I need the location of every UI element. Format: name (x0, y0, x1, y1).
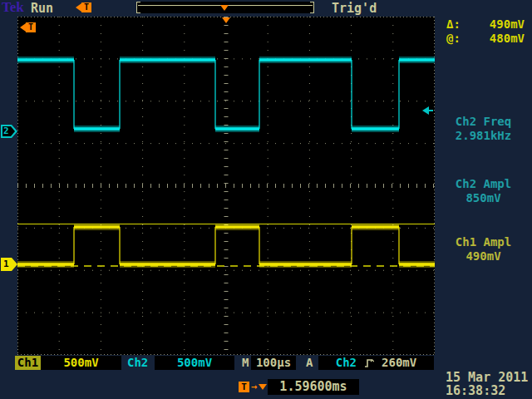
measurement-value: 2.981kHz (435, 129, 532, 143)
waveform-display (17, 17, 435, 355)
ch1-scale-readout: 500mV (41, 356, 121, 370)
trigger-position-triangle-icon (220, 5, 229, 11)
trigger-source: Ch2 (336, 356, 357, 370)
ch2-ground-marker: 2 (1, 125, 17, 138)
measurement-ch2-freq: Ch2 Freq 2.981kHz (435, 115, 532, 143)
graticule: T (17, 17, 435, 355)
acquisition-status: Run (31, 1, 53, 16)
trigger-level-arrow-icon (422, 106, 433, 115)
arrow-left-icon (76, 3, 81, 12)
trigger-position-bar (136, 2, 314, 13)
rising-edge-icon (364, 357, 374, 368)
ch2-label: Ch2 (127, 356, 148, 370)
triangle-down-icon (259, 384, 267, 390)
ch1-ground-marker: 1 (1, 258, 17, 271)
arrow-right-icon: → (251, 382, 257, 392)
timebase-label: M (242, 356, 249, 370)
oscilloscope-screen: Tek Run T Trig'd T 2 1 Δ: 490mV (0, 0, 532, 399)
bracket-left-icon (136, 2, 140, 13)
measurement-label: Ch1 Ampl (435, 235, 532, 249)
bracket-right-icon (310, 2, 314, 13)
measurement-ch2-ampl: Ch2 Ampl 850mV (435, 177, 532, 205)
ch2-scale-readout: 500mV (155, 356, 234, 370)
measurement-label: Ch2 Freq (435, 115, 532, 129)
measurement-label: Ch2 Ampl (435, 177, 532, 191)
arrow-left-icon (20, 23, 26, 32)
measurement-ch1-ampl: Ch1 Ampl 490mV (435, 235, 532, 264)
datetime-readout: 15 Mar 2011 16:38:32 (446, 371, 528, 397)
tek-logo: Tek (2, 0, 24, 16)
at-label: @: (446, 32, 461, 45)
delta-value: 490mV (490, 17, 525, 31)
measurement-value: 850mV (435, 191, 532, 205)
delta-label: Δ: (446, 17, 461, 31)
trigger-settings-readout: Ch2 260mV (318, 356, 434, 370)
trigger-reference-icon: T (20, 22, 36, 32)
date: 15 Mar 2011 (446, 371, 528, 384)
trigger-mode-label: A (306, 356, 313, 370)
time: 16:38:32 (446, 384, 528, 397)
trigger-position-marker-icon (222, 17, 230, 23)
cursor-at-readout: @: 480mV (446, 32, 525, 45)
trigger-level-value: 260mV (382, 356, 416, 370)
cursor-delta-readout: Δ: 490mV (446, 17, 525, 31)
trigger-status: Trig'd (332, 1, 377, 16)
at-value: 480mV (490, 32, 525, 45)
timebase-readout: 100µs (251, 356, 296, 370)
trigger-delay-icon: T → (239, 382, 267, 392)
ch1-badge: Ch1 (15, 356, 41, 370)
trigger-marker-icon: T (76, 2, 91, 12)
measurement-value: 490mV (435, 249, 532, 264)
trigger-position-readout: 1.59600ms (268, 379, 359, 395)
